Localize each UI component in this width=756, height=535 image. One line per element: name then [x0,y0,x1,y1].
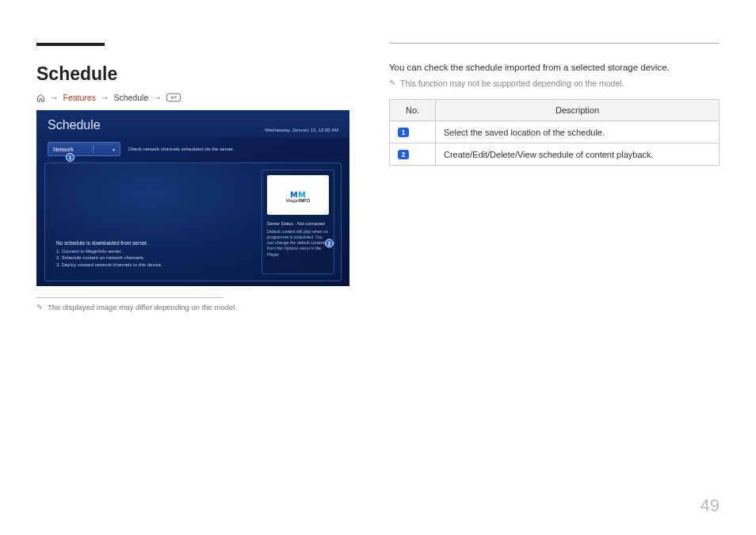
screenshot-title: Schedule [48,118,101,132]
info-panel: ᴍᴍ MagicINFO Server Status : Not connect… [262,170,334,274]
section-marker [36,43,105,46]
callout-badge-2: 2 [325,239,334,247]
instruction-line: 3. Deploy created network channels to th… [56,262,250,268]
no-schedule-title: No schedule is downloaded from server. [56,240,250,246]
arrow-icon: → [101,93,109,102]
screenshot-datetime: Wednesday, January 13, 12:00 AM [265,128,338,132]
description-table: No. Description 1 Select the saved locat… [389,99,720,166]
pencil-icon: ✎ [389,78,395,88]
row-badge: 1 [398,128,409,137]
page-title: Schedule [36,63,349,85]
toolbar-help-text: Check network channels scheduled via the… [128,147,234,151]
support-note: ✎ This function may not be supported dep… [389,78,720,88]
col-no: No. [390,100,436,121]
instruction-line: 1. Connect to MagicInfo server. [56,248,250,254]
pencil-icon: ✎ [36,303,43,311]
note-text: This function may not be supported depen… [400,78,624,88]
table-row: 2 Create/Edit/Delete/View schedule of co… [390,143,720,166]
page-number: 49 [701,495,720,516]
network-dropdown[interactable]: Network ▾ [48,142,120,156]
footnote-rule [36,297,223,298]
breadcrumb-schedule: Schedule [113,93,148,102]
chevron-down-icon: ▾ [113,147,115,152]
default-content-text: Default content will play when no progra… [267,229,329,258]
breadcrumb: → Features → Schedule → [36,93,349,102]
schedule-area[interactable]: No schedule is downloaded from server. 1… [52,170,255,274]
breadcrumb-features: Features [63,93,96,102]
callout-badge-1: 1 [66,153,74,162]
row-badge: 2 [398,150,409,159]
table-row: 1 Select the saved location of the sched… [390,121,720,143]
ui-screenshot: Schedule Wednesday, January 13, 12:00 AM… [36,110,349,286]
home-icon [36,94,45,102]
intro-text: You can check the schedule imported from… [389,61,720,74]
network-label: Network [53,147,74,152]
footnote-text: The displayed image may differ depending… [48,303,237,311]
instruction-line: 2. Schedule content on network channels. [56,254,250,261]
enter-icon [166,93,181,102]
server-status: Server Status : Not connected [267,221,325,226]
row-desc: Create/Edit/Delete/View schedule of cont… [436,143,720,166]
arrow-icon: → [50,93,59,102]
column-rule [389,43,720,44]
row-desc: Select the saved location of the schedul… [436,121,720,143]
arrow-icon: → [153,93,162,102]
image-disclaimer: ✎ The displayed image may differ dependi… [36,303,349,311]
col-description: Description [436,100,720,121]
magicinfo-logo: ᴍᴍ MagicINFO [267,175,329,215]
